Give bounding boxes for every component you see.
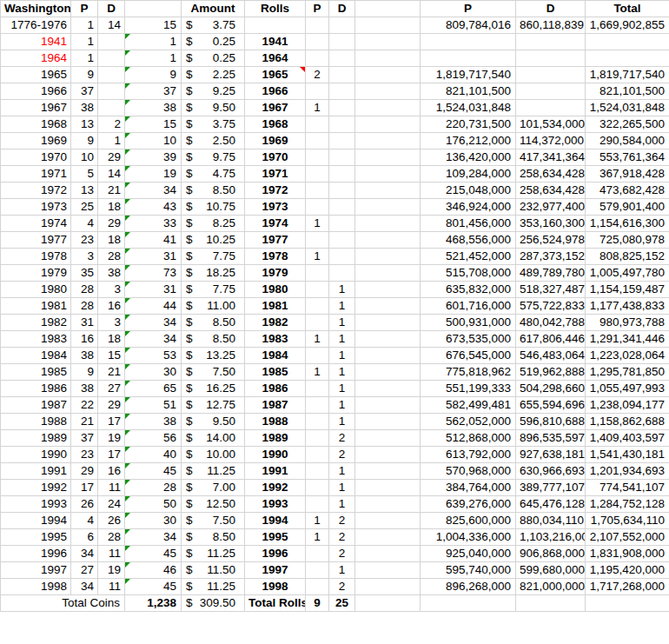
cell-roll-d[interactable] [329, 17, 355, 34]
cell-year[interactable]: 1971 [1, 166, 71, 183]
cell-amount[interactable]: $8.50 [182, 331, 245, 348]
cell-p-count[interactable]: 34 [71, 579, 98, 595]
cell-mintage-d[interactable]: 645,476,128 [516, 496, 586, 513]
cell-p-count[interactable]: 21 [71, 414, 98, 430]
cell-mintage-d[interactable]: 480,042,788 [516, 315, 586, 331]
cell-spacer[interactable] [355, 232, 421, 249]
cell-roll-p[interactable]: 1 [306, 216, 329, 232]
cell-roll-year[interactable]: 1977 [245, 232, 306, 249]
cell-p-count[interactable]: 29 [71, 463, 98, 480]
cell-d-count[interactable]: 3 [98, 315, 125, 331]
cell-roll-year[interactable]: 1972 [245, 183, 306, 199]
cell-roll-d[interactable]: 1 [329, 562, 355, 579]
header-rollP[interactable]: P [306, 1, 329, 17]
cell-mintage-d[interactable] [516, 595, 586, 612]
cell-roll-d[interactable] [329, 34, 355, 50]
cell-spacer[interactable] [355, 282, 421, 298]
cell-mintage-d[interactable]: 258,634,428 [516, 166, 586, 183]
cell-mintage-p[interactable]: 521,452,000 [421, 249, 516, 265]
cell-d-count[interactable]: 15 [98, 348, 125, 364]
cell-year[interactable]: 1998 [1, 579, 71, 595]
cell-amount[interactable]: $9.50 [182, 414, 245, 430]
cell-d-count[interactable]: 11 [98, 480, 125, 496]
cell-spacer[interactable] [355, 430, 421, 447]
cell-mintage-d[interactable]: 232,977,400 [516, 199, 586, 216]
cell-d-count[interactable]: 18 [98, 331, 125, 348]
cell-mintage-p[interactable]: 500,931,000 [421, 315, 516, 331]
cell-amount[interactable]: $12.50 [182, 496, 245, 513]
cell-year[interactable]: 1981 [1, 298, 71, 315]
cell-amount[interactable]: $7.50 [182, 513, 245, 529]
cell-roll-d[interactable]: 2 [329, 513, 355, 529]
cell-coin-total-with-error-indicator-icon[interactable]: 34 [125, 331, 182, 348]
cell-mintage-p[interactable]: 635,832,000 [421, 282, 516, 298]
cell-spacer[interactable] [355, 513, 421, 529]
cell-mintage-total[interactable]: 1,831,908,000 [586, 546, 669, 562]
cell-roll-p[interactable] [306, 183, 329, 199]
cell-spacer[interactable] [355, 34, 421, 50]
cell-amount[interactable]: $14.00 [182, 430, 245, 447]
cell-mintage-total[interactable]: 808,825,152 [586, 249, 669, 265]
cell-roll-year[interactable]: 1978 [245, 249, 306, 265]
cell-mintage-total[interactable]: 290,584,000 [586, 133, 669, 149]
cell-roll-p[interactable] [306, 133, 329, 149]
total-coins-value[interactable]: 1,238 [125, 595, 182, 612]
cell-mintage-total[interactable]: 1,409,403,597 [586, 430, 669, 447]
cell-roll-year[interactable]: 1989 [245, 430, 306, 447]
cell-mintage-p[interactable]: 639,276,000 [421, 496, 516, 513]
cell-d-count[interactable]: 21 [98, 183, 125, 199]
cell-roll-year[interactable]: 1993 [245, 496, 306, 513]
cell-roll-year[interactable]: 1997 [245, 562, 306, 579]
cell-d-count[interactable]: 18 [98, 199, 125, 216]
cell-mintage-d[interactable]: 256,524,978 [516, 232, 586, 249]
cell-roll-year[interactable]: 1996 [245, 546, 306, 562]
cell-spacer[interactable] [355, 199, 421, 216]
cell-mintage-p[interactable]: 925,040,000 [421, 546, 516, 562]
cell-p-count[interactable]: 28 [71, 298, 98, 315]
cell-mintage-total[interactable]: 1,177,438,833 [586, 298, 669, 315]
cell-spacer[interactable] [355, 67, 421, 83]
cell-spacer[interactable] [355, 496, 421, 513]
cell-roll-p[interactable]: 1 [306, 513, 329, 529]
cell-year[interactable]: 1974 [1, 216, 71, 232]
cell-roll-year[interactable]: 1998 [245, 579, 306, 595]
cell-year[interactable]: 1988 [1, 414, 71, 430]
header-year[interactable]: Washington [1, 1, 71, 17]
cell-amount[interactable]: $10.75 [182, 199, 245, 216]
cell-mintage-d[interactable]: 489,789,780 [516, 265, 586, 282]
cell-d-count[interactable]: 27 [98, 381, 125, 397]
cell-roll-d[interactable]: 2 [329, 447, 355, 463]
cell-mintage-total[interactable]: 1,154,159,487 [586, 282, 669, 298]
cell-roll-year[interactable]: 1992 [245, 480, 306, 496]
cell-mintage-p[interactable]: 109,284,000 [421, 166, 516, 183]
cell-mintage-total[interactable]: 1,819,717,540 [586, 67, 669, 83]
cell-mintage-d[interactable]: 101,534,000 [516, 116, 586, 133]
cell-amount[interactable]: $9.25 [182, 83, 245, 100]
cell-spacer[interactable] [355, 414, 421, 430]
cell-amount[interactable]: $2.25 [182, 67, 245, 83]
cell-amount[interactable]: $3.75 [182, 17, 245, 34]
cell-year[interactable]: 1995 [1, 529, 71, 546]
cell-roll-p[interactable] [306, 397, 329, 414]
cell-coin-total-with-error-indicator-icon[interactable]: 1 [125, 50, 182, 67]
cell-p-count[interactable]: 10 [71, 149, 98, 166]
cell-d-count[interactable]: 38 [98, 265, 125, 282]
cell-roll-d[interactable] [329, 83, 355, 100]
cell-mintage-p[interactable]: 1,819,717,540 [421, 67, 516, 83]
cell-roll-p[interactable] [306, 348, 329, 364]
cell-roll-d[interactable]: 1 [329, 364, 355, 381]
cell-d-count[interactable]: 2 [98, 116, 125, 133]
cell-roll-p[interactable] [306, 149, 329, 166]
cell-p-count[interactable]: 31 [71, 315, 98, 331]
cell-mintage-p[interactable]: 595,740,000 [421, 562, 516, 579]
cell-roll-year[interactable]: 1983 [245, 331, 306, 348]
cell-roll-year[interactable]: 1967 [245, 100, 306, 116]
cell-year[interactable]: 1966 [1, 83, 71, 100]
cell-amount[interactable]: $0.25 [182, 34, 245, 50]
cell-year[interactable]: 1969 [1, 133, 71, 149]
cell-mintage-d[interactable] [516, 83, 586, 100]
header-gap[interactable] [355, 1, 421, 17]
cell-mintage-p[interactable]: 570,968,000 [421, 463, 516, 480]
cell-amount[interactable]: $7.75 [182, 282, 245, 298]
cell-mintage-total[interactable]: 1,005,497,780 [586, 265, 669, 282]
